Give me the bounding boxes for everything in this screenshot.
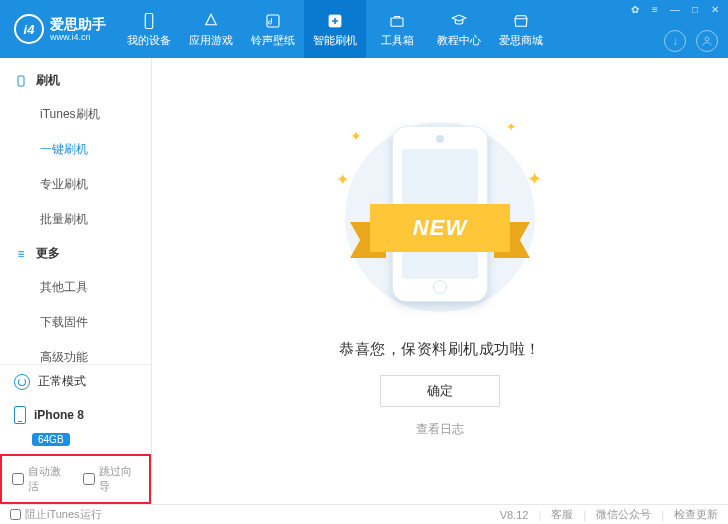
star-icon: ✦ [350,128,362,144]
header-actions: ↓ [664,30,718,52]
ok-button[interactable]: 确定 [380,375,500,407]
top-nav: 我的设备 应用游戏 铃声壁纸 智能刷机 工具箱 教程中心 爱思商城 [118,0,552,58]
footer-link-update[interactable]: 检查更新 [674,507,718,522]
nav-label: 应用游戏 [189,33,233,48]
nav-toolbox[interactable]: 工具箱 [366,0,428,58]
star-icon: ✦ [506,120,516,134]
minimize-button[interactable]: — [666,2,684,16]
nav-apps[interactable]: 应用游戏 [180,0,242,58]
svg-point-4 [705,37,709,41]
success-illustration: ✦ ✦ ✦ ✦ NEW [330,112,550,322]
footer-link-wechat[interactable]: 微信公众号 [596,507,651,522]
download-button[interactable]: ↓ [664,30,686,52]
sidebar-item-batch-flash[interactable]: 批量刷机 [0,202,151,237]
app-logo: i4 爱思助手 www.i4.cn [0,14,118,44]
menu-button[interactable]: ≡ [646,2,664,16]
main-panel: ✦ ✦ ✦ ✦ NEW 恭喜您，保资料刷机成功啦！ 确定 查看日志 [152,58,728,504]
sidebar-item-download-firmware[interactable]: 下载固件 [0,305,151,340]
phone-icon [14,73,28,89]
footer-link-support[interactable]: 客服 [551,507,573,522]
nav-device[interactable]: 我的设备 [118,0,180,58]
device-name: iPhone 8 [34,408,84,422]
flash-icon [325,11,345,31]
nav-label: 智能刷机 [313,33,357,48]
group-title-text: 更多 [36,245,60,262]
success-message: 恭喜您，保资料刷机成功啦！ [339,340,541,359]
user-button[interactable] [696,30,718,52]
close-button[interactable]: ✕ [706,2,724,16]
flash-options-highlight: 自动激活 跳过向导 [0,454,151,504]
group-title-text: 刷机 [36,72,60,89]
device-info[interactable]: iPhone 8 [0,398,151,432]
sidebar-item-other-tools[interactable]: 其他工具 [0,270,151,305]
refresh-icon [14,374,30,390]
nav-ringtone[interactable]: 铃声壁纸 [242,0,304,58]
sidebar-item-itunes-flash[interactable]: iTunes刷机 [0,97,151,132]
nav-label: 工具箱 [381,33,414,48]
nav-label: 教程中心 [437,33,481,48]
nav-mall[interactable]: 爱思商城 [490,0,552,58]
hamburger-icon: ≡ [14,247,28,261]
ribbon-text: NEW [370,204,510,252]
sidebar: 刷机 iTunes刷机 一键刷机 专业刷机 批量刷机 ≡ 更多 其他工具 下载固… [0,58,152,504]
shop-icon [511,11,531,31]
device-mode[interactable]: 正常模式 [0,365,151,398]
checkbox-label: 跳过向导 [99,464,140,494]
sidebar-item-oneclick-flash[interactable]: 一键刷机 [0,132,151,167]
checkbox-label: 阻止iTunes运行 [25,507,102,522]
sidebar-group-flash: 刷机 [0,64,151,97]
appstore-icon [201,11,221,31]
auto-activate-checkbox[interactable]: 自动激活 [12,464,69,494]
status-bar: 阻止iTunes运行 V8.12 | 客服 | 微信公众号 | 检查更新 [0,504,728,524]
music-icon [263,11,283,31]
nav-flash[interactable]: 智能刷机 [304,0,366,58]
device-icon [14,406,26,424]
mode-label: 正常模式 [38,373,86,390]
nav-label: 爱思商城 [499,33,543,48]
maximize-button[interactable]: □ [686,2,704,16]
skin-button[interactable]: ✿ [626,2,644,16]
sidebar-item-pro-flash[interactable]: 专业刷机 [0,167,151,202]
app-name: 爱思助手 [50,17,106,31]
sidebar-group-more: ≡ 更多 [0,237,151,270]
app-header: i4 爱思助手 www.i4.cn 我的设备 应用游戏 铃声壁纸 智能刷机 工具… [0,0,728,58]
version-label: V8.12 [500,509,529,521]
skip-wizard-checkbox[interactable]: 跳过向导 [83,464,140,494]
svg-rect-0 [145,13,153,28]
star-icon: ✦ [527,168,542,190]
tutorial-icon [449,11,469,31]
toolbox-icon [387,11,407,31]
phone-icon [139,11,159,31]
svg-rect-5 [18,76,24,86]
view-log-link[interactable]: 查看日志 [416,421,464,438]
new-ribbon: NEW [350,204,530,252]
app-url: www.i4.cn [50,33,106,42]
checkbox-label: 自动激活 [28,464,69,494]
logo-icon: i4 [14,14,44,44]
window-controls: ✿ ≡ — □ ✕ [626,2,724,16]
block-itunes-checkbox[interactable]: 阻止iTunes运行 [10,507,102,522]
nav-tutorial[interactable]: 教程中心 [428,0,490,58]
nav-label: 我的设备 [127,33,171,48]
storage-badge: 64GB [32,433,70,446]
nav-label: 铃声壁纸 [251,33,295,48]
star-icon: ✦ [336,170,349,189]
svg-rect-3 [391,18,403,26]
sidebar-item-advanced[interactable]: 高级功能 [0,340,151,364]
